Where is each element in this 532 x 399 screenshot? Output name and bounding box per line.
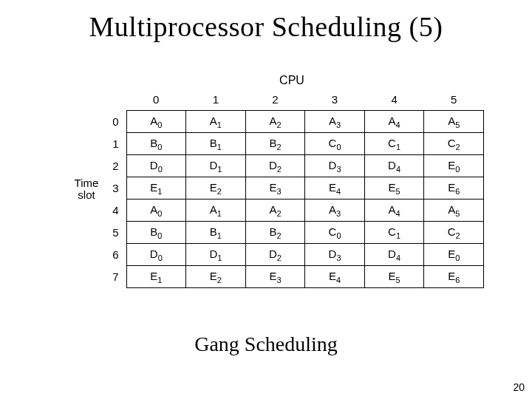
schedule-cell: B2 <box>245 222 305 244</box>
time-slot-row-header: 3 <box>107 177 126 200</box>
schedule-grid: 0123450A0A1A2A3A4A51B0B1B2C0C1C22D0D1D2D… <box>107 90 484 288</box>
slide-title: Multiprocessor Scheduling (5) <box>18 10 514 43</box>
schedule-cell: E1 <box>126 177 186 200</box>
schedule-table: 0123450A0A1A2A3A4A51B0B1B2C0C1C22D0D1D2D… <box>107 90 484 288</box>
schedule-cell: A5 <box>424 111 484 133</box>
schedule-cell: E5 <box>364 177 424 200</box>
schedule-cell: B0 <box>126 222 186 244</box>
schedule-cell: E2 <box>186 266 246 288</box>
schedule-cell: A0 <box>126 200 186 222</box>
schedule-cell: E4 <box>305 177 365 200</box>
schedule-cell: D2 <box>245 155 305 177</box>
page-number: 20 <box>513 381 525 393</box>
time-slot-row-header: 5 <box>107 222 126 244</box>
schedule-cell: C0 <box>305 133 365 155</box>
schedule-cell: E6 <box>424 177 484 200</box>
schedule-cell: A1 <box>186 200 246 222</box>
cpu-column-header: 0 <box>126 90 186 111</box>
time-slot-row-header: 4 <box>107 200 126 222</box>
schedule-cell: A4 <box>364 111 424 133</box>
schedule-cell: B2 <box>245 133 305 155</box>
schedule-cell: B1 <box>186 133 246 155</box>
schedule-cell: E4 <box>305 266 365 288</box>
schedule-cell: C2 <box>424 222 484 244</box>
time-slot-row-header: 2 <box>107 155 126 177</box>
schedule-cell: A2 <box>245 200 305 222</box>
schedule-cell: A4 <box>364 200 424 222</box>
time-slot-row-header: 7 <box>107 266 126 288</box>
time-slot-axis-label: Time slot <box>70 177 107 202</box>
schedule-cell: A0 <box>126 111 186 133</box>
schedule-cell: D3 <box>305 155 365 177</box>
schedule-cell: D0 <box>126 155 186 177</box>
schedule-cell: C1 <box>364 133 424 155</box>
schedule-cell: A5 <box>424 200 484 222</box>
schedule-cell: A1 <box>186 111 246 133</box>
cpu-column-header: 4 <box>364 90 424 111</box>
schedule-cell: C1 <box>364 222 424 244</box>
time-slot-row-header: 1 <box>107 133 126 155</box>
schedule-cell: C2 <box>424 133 484 155</box>
schedule-cell: E0 <box>424 155 484 177</box>
schedule-cell: A3 <box>305 200 365 222</box>
schedule-cell: C0 <box>305 222 365 244</box>
table-corner <box>107 90 126 111</box>
schedule-cell: D2 <box>245 244 305 266</box>
cpu-column-header: 2 <box>245 90 305 111</box>
schedule-cell: E3 <box>245 177 305 200</box>
schedule-cell: B0 <box>126 133 186 155</box>
schedule-cell: E3 <box>245 266 305 288</box>
schedule-cell: A2 <box>245 111 305 133</box>
cpu-column-header: 1 <box>186 90 246 111</box>
cpu-axis-label: CPU <box>70 74 484 87</box>
schedule-cell: D4 <box>364 244 424 266</box>
time-slot-row-header: 0 <box>107 111 126 133</box>
schedule-cell: E6 <box>424 266 484 288</box>
slide: Multiprocessor Scheduling (5) CPU Time s… <box>0 0 532 399</box>
cpu-column-header: 5 <box>424 90 484 111</box>
figure-caption: Gang Scheduling <box>0 332 532 356</box>
schedule-cell: D1 <box>186 155 246 177</box>
schedule-cell: E0 <box>424 244 484 266</box>
time-slot-line1: Time <box>75 177 99 189</box>
schedule-cell: A3 <box>305 111 365 133</box>
schedule-cell: D0 <box>126 244 186 266</box>
schedule-cell: B1 <box>186 222 246 244</box>
gang-scheduling-figure: CPU Time slot 0123450A0A1A2A3A4A51B0B1B2… <box>70 74 484 288</box>
cpu-column-header: 3 <box>305 90 365 111</box>
schedule-cell: D3 <box>305 244 365 266</box>
schedule-cell: D1 <box>186 244 246 266</box>
schedule-cell: D4 <box>364 155 424 177</box>
time-slot-row-header: 6 <box>107 244 126 266</box>
schedule-cell: E5 <box>364 266 424 288</box>
schedule-cell: E1 <box>126 266 186 288</box>
schedule-cell: E2 <box>186 177 246 200</box>
time-slot-line2: slot <box>78 188 95 201</box>
